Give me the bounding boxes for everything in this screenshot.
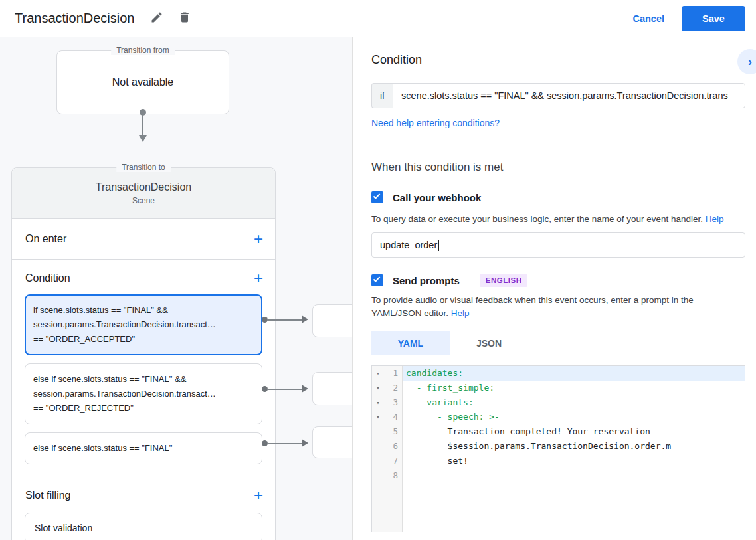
collapse-panel-button[interactable]: ›: [737, 49, 756, 74]
condition-section: Condition + if scene.slots.status == "FI…: [12, 260, 275, 478]
call-webhook-checkbox[interactable]: [371, 191, 383, 203]
condition-detail-panel: Condition › if scene.slots.status == "FI…: [352, 37, 756, 540]
save-button[interactable]: Save: [682, 6, 745, 31]
slot-filling-label: Slot filling: [25, 490, 70, 501]
fold-toggle-icon[interactable]: ▾: [372, 410, 384, 424]
edit-scene-button[interactable]: [146, 8, 167, 29]
transition-from-value: Not available: [57, 51, 229, 114]
panel-title: Condition: [371, 53, 422, 67]
delete-scene-button[interactable]: [174, 8, 195, 29]
fold-toggle-icon[interactable]: ▾: [372, 366, 384, 381]
on-enter-row: On enter +: [12, 219, 275, 260]
scene-editor: TransactionDecision Cancel Save Transiti…: [0, 0, 756, 540]
trash-icon: [178, 11, 191, 26]
arrow-right-icon: [302, 439, 308, 447]
arrow-right-icon: [302, 385, 308, 393]
send-prompts-checkbox[interactable]: [371, 274, 383, 286]
top-bar: TransactionDecision Cancel Save: [0, 0, 756, 37]
transition-to-label: Transition to: [116, 163, 171, 172]
webhook-description: To query data or execute your business l…: [371, 213, 745, 226]
transition-from-box: Transition from Not available: [56, 50, 229, 114]
editor-line[interactable]: 5 Transaction completed! Your reservatio…: [372, 424, 745, 439]
scene-name: TransactionDecision: [96, 181, 191, 193]
page-title: TransactionDecision: [15, 11, 134, 26]
condition-met-title: When this condition is met: [371, 161, 745, 174]
language-badge: ENGLISH: [480, 274, 528, 287]
tab-yaml[interactable]: YAML: [371, 331, 450, 355]
transition-target-box-3[interactable]: [312, 426, 352, 458]
editor-line[interactable]: ▾1 candidates:: [372, 366, 745, 381]
condition-item-order-rejected[interactable]: else if scene.slots.status == "FINAL" &&…: [25, 363, 262, 424]
transition-to-card[interactable]: Transition to TransactionDecision Scene …: [11, 167, 276, 540]
scene-type: Scene: [132, 196, 155, 205]
pencil-icon: [150, 11, 163, 26]
condition-item-order-accepted[interactable]: if scene.slots.status == "FINAL" && sess…: [25, 294, 262, 355]
condition-section-label: Condition: [25, 272, 70, 284]
arrow-right-icon: [302, 315, 308, 323]
transition-target-box-2[interactable]: [312, 372, 352, 405]
editor-line[interactable]: 8: [372, 468, 745, 483]
cancel-button[interactable]: Cancel: [632, 13, 664, 24]
editor-empty-area[interactable]: [372, 483, 745, 532]
section-divider: [353, 143, 756, 143]
send-prompts-label: Send prompts: [393, 275, 460, 286]
text-cursor: [438, 240, 439, 251]
condition-2-connector: [262, 385, 312, 394]
condition-expression-row: if scene.slots.status == "FINAL" && sess…: [371, 83, 745, 108]
editor-line[interactable]: 6 $session.params.TransactionDecision.or…: [372, 439, 745, 454]
yaml-editor[interactable]: ▾1 candidates: ▾2 - first_simple: ▾3 var…: [371, 365, 745, 532]
arrow-down-icon: [139, 135, 147, 142]
condition-item-final[interactable]: else if scene.slots.status == "FINAL": [25, 432, 262, 464]
add-slot-button[interactable]: +: [254, 488, 263, 503]
flow-connector-down: [140, 109, 146, 143]
editor-format-tabs: YAML JSON: [371, 331, 745, 355]
tab-json[interactable]: JSON: [450, 331, 528, 355]
scene-header: TransactionDecision Scene: [12, 168, 275, 219]
transition-from-label: Transition from: [111, 46, 175, 55]
condition-expression-input[interactable]: scene.slots.status == "FINAL" && session…: [393, 83, 745, 108]
editor-line[interactable]: ▾2 - first_simple:: [372, 381, 745, 395]
if-prefix-label: if: [371, 83, 393, 108]
slot-filling-section: Slot filling + Slot validation: [12, 478, 275, 540]
fold-toggle-icon[interactable]: ▾: [372, 381, 384, 395]
editor-line[interactable]: ▾3 variants:: [372, 395, 745, 410]
add-on-enter-button[interactable]: +: [254, 231, 263, 247]
add-condition-button[interactable]: +: [254, 270, 263, 286]
editor-line[interactable]: ▾4 - speech: >-: [372, 410, 745, 424]
check-icon: [373, 192, 381, 199]
prompts-help-link[interactable]: Help: [451, 308, 470, 318]
editor-line[interactable]: 7 set!: [372, 454, 745, 468]
prompts-description: To provide audio or visual feedback when…: [371, 294, 745, 320]
webhook-help-link[interactable]: Help: [706, 214, 724, 224]
check-icon: [373, 275, 381, 282]
scene-graph-canvas: Transition from Not available Transition…: [0, 37, 352, 540]
slot-validation-item[interactable]: Slot validation: [25, 513, 262, 540]
fold-toggle-icon[interactable]: ▾: [372, 395, 384, 410]
on-enter-label: On enter: [25, 233, 66, 245]
call-webhook-label: Call your webhook: [393, 192, 481, 203]
chevron-right-icon: ›: [748, 55, 752, 69]
condition-help-link[interactable]: Need help entering conditions?: [371, 118, 500, 128]
condition-1-connector: [262, 315, 312, 325]
condition-3-connector: [262, 439, 312, 448]
transition-target-box-1[interactable]: [312, 304, 352, 337]
event-handler-input[interactable]: update_order: [371, 232, 745, 258]
